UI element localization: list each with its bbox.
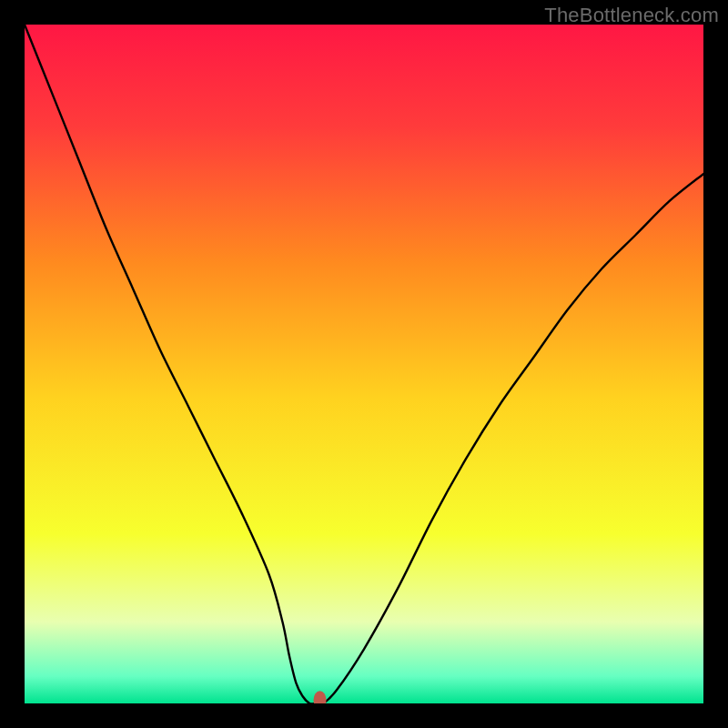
gradient-background <box>25 25 703 703</box>
watermark-text: TheBottleneck.com <box>544 4 719 27</box>
bottleneck-chart <box>25 25 703 703</box>
chart-frame <box>25 25 703 703</box>
